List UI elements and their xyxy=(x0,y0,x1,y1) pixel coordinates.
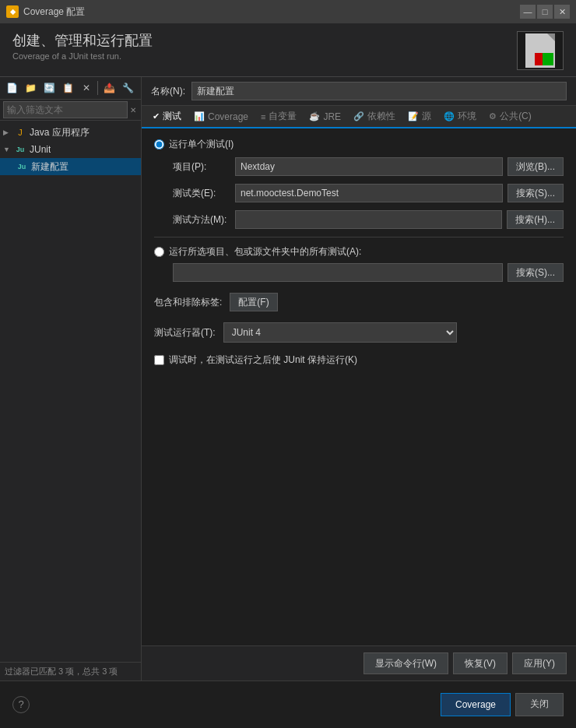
config-tree: ▶ J Java 应用程序 ▼ Ju JUnit Ju 新建配置 xyxy=(0,121,141,662)
refresh-button[interactable]: 🔄 xyxy=(40,79,58,97)
dialog-close-button[interactable]: 关闭 xyxy=(515,693,564,716)
common-tab-icon: ⚙ xyxy=(489,111,497,121)
export-button[interactable]: 📤 xyxy=(100,79,118,97)
name-label: 名称(N): xyxy=(151,85,185,98)
tree-label-junit: JUnit xyxy=(30,144,51,155)
title-bar: ◆ Coverage 配置 — □ ✕ xyxy=(0,0,576,23)
search-class-button[interactable]: 搜索(S)... xyxy=(508,184,564,202)
title-bar-controls: — □ ✕ xyxy=(520,5,570,19)
tag-label: 包含和排除标签: xyxy=(154,296,222,309)
tab-test[interactable]: ✔ 测试 xyxy=(146,106,188,128)
close-window-button[interactable]: ✕ xyxy=(554,5,570,19)
title-bar-text: Coverage 配置 xyxy=(23,5,515,19)
search-clear-button[interactable]: ✕ xyxy=(128,104,138,116)
test-method-row: 测试方法(M): 搜索(H)... xyxy=(154,210,564,229)
test-tab-icon: ✔ xyxy=(153,111,160,121)
runner-select[interactable]: JUnit 4 JUnit 5 JUnit 3 xyxy=(223,322,457,343)
app-icon: ◆ xyxy=(6,5,19,18)
tab-source[interactable]: 📝 源 xyxy=(402,106,437,128)
env-tab-icon: 🌐 xyxy=(444,111,455,121)
expand-icon-junit: ▼ xyxy=(3,146,14,153)
radio-all-tests-label[interactable]: 运行所选项目、包或源文件夹中的所有测试(A): xyxy=(169,245,361,258)
name-input[interactable] xyxy=(191,82,567,100)
keep-running-checkbox[interactable] xyxy=(154,355,164,365)
toolbar: 📄 📁 🔄 📋 ✕ 📤 🔧 xyxy=(0,77,141,100)
show-command-line-button[interactable]: 显示命令行(W) xyxy=(364,652,448,674)
tab-source-label: 源 xyxy=(422,110,431,123)
tag-row: 包含和排除标签: 配置(F) xyxy=(154,293,564,311)
header-subtitle: Coverage of a JUnit test run. xyxy=(12,51,517,61)
tree-item-junit[interactable]: ▼ Ju JUnit xyxy=(0,141,141,158)
project-input[interactable] xyxy=(235,157,503,176)
java-app-icon: J xyxy=(14,126,26,139)
revert-button[interactable]: 恢复(V) xyxy=(453,652,508,674)
minimize-button[interactable]: — xyxy=(520,5,536,19)
delete-button[interactable]: ✕ xyxy=(78,79,95,97)
copy-button[interactable]: 📋 xyxy=(59,79,76,97)
footer-buttons: Coverage 关闭 xyxy=(441,693,564,716)
expand-icon-java-app: ▶ xyxy=(3,128,14,136)
test-class-label: 测试类(E): xyxy=(173,187,235,200)
junit-config-icon: Ju xyxy=(16,160,28,173)
all-tests-input[interactable] xyxy=(173,263,503,282)
search-method-button[interactable]: 搜索(H)... xyxy=(507,210,564,229)
footer: ? Coverage 关闭 xyxy=(0,681,576,727)
tab-variables[interactable]: ≡ 自变量 xyxy=(255,106,303,128)
tab-environment[interactable]: 🌐 环境 xyxy=(437,106,483,128)
maximize-button[interactable]: □ xyxy=(537,5,553,19)
search-box: ✕ xyxy=(0,100,141,121)
tree-label-new-config: 新建配置 xyxy=(31,160,68,174)
variables-tab-icon: ≡ xyxy=(261,112,265,121)
jre-tab-icon: ☕ xyxy=(309,111,320,121)
source-tab-icon: 📝 xyxy=(408,111,419,121)
header-title: 创建、管理和运行配置 xyxy=(12,31,517,50)
new-folder-button[interactable]: 📁 xyxy=(22,79,39,97)
tab-dependencies-label: 依赖性 xyxy=(367,110,395,123)
main-layout: 📄 📁 🔄 📋 ✕ 📤 🔧 ✕ ▶ J Java 应用程序 ▼ xyxy=(0,77,576,681)
tab-jre-label: JRE xyxy=(323,111,341,122)
test-method-label: 测试方法(M): xyxy=(173,213,235,227)
tree-label-java-app: Java 应用程序 xyxy=(30,126,90,139)
new-config-button[interactable]: 📄 xyxy=(3,79,20,97)
configure-tags-button[interactable]: 配置(F) xyxy=(230,293,277,311)
runner-row: 测试运行器(T): JUnit 4 JUnit 5 JUnit 3 xyxy=(154,322,564,343)
toolbar-separator xyxy=(97,81,98,95)
apply-button[interactable]: 应用(Y) xyxy=(512,652,567,674)
tab-jre[interactable]: ☕ JRE xyxy=(303,106,347,128)
browse-project-button[interactable]: 浏览(B)... xyxy=(508,157,564,176)
tab-common[interactable]: ⚙ 公共(C) xyxy=(483,106,538,128)
test-method-input[interactable] xyxy=(235,210,502,229)
help-button[interactable]: ? xyxy=(12,696,30,713)
radio-all-tests-row: 运行所选项目、包或源文件夹中的所有测试(A): xyxy=(154,245,564,258)
left-panel: 📄 📁 🔄 📋 ✕ 📤 🔧 ✕ ▶ J Java 应用程序 ▼ xyxy=(0,77,142,681)
coverage-tab-icon: 📊 xyxy=(194,111,205,121)
tree-item-java-app[interactable]: ▶ J Java 应用程序 xyxy=(0,124,141,141)
tree-item-new-config[interactable]: Ju 新建配置 xyxy=(0,158,141,175)
all-tests-row: 搜索(S)... xyxy=(154,263,564,282)
tab-common-label: 公共(C) xyxy=(500,110,532,123)
tab-environment-label: 环境 xyxy=(458,110,476,123)
right-panel: 名称(N): ✔ 测试 📊 Coverage ≡ 自变量 ☕ JRE 🔗 xyxy=(142,77,576,681)
radio-single-test-row: 运行单个测试(I) xyxy=(154,138,564,151)
coverage-button[interactable]: Coverage xyxy=(441,693,511,716)
tab-coverage-label: Coverage xyxy=(208,111,248,122)
header: 创建、管理和运行配置 Coverage of a JUnit test run. xyxy=(0,23,576,77)
search-all-button[interactable]: 搜索(S)... xyxy=(508,263,564,282)
filter-button[interactable]: 🔧 xyxy=(119,79,136,97)
tab-coverage[interactable]: 📊 Coverage xyxy=(188,106,255,128)
bottom-bar: 显示命令行(W) 恢复(V) 应用(Y) xyxy=(142,645,576,681)
tab-dependencies[interactable]: 🔗 依赖性 xyxy=(347,106,402,128)
name-row: 名称(N): xyxy=(142,77,576,106)
junit-icon: Ju xyxy=(14,143,26,156)
left-status: 过滤器已匹配 3 项，总共 3 项 xyxy=(0,662,141,681)
test-class-input[interactable] xyxy=(235,184,503,202)
header-left: 创建、管理和运行配置 Coverage of a JUnit test run. xyxy=(12,31,517,61)
tab-content: 运行单个测试(I) 项目(P): 浏览(B)... 测试类(E): 搜索(S).… xyxy=(142,128,576,645)
radio-single-test[interactable] xyxy=(154,139,164,149)
runner-label: 测试运行器(T): xyxy=(154,326,216,339)
keep-running-label[interactable]: 调试时，在测试运行之后使 JUnit 保持运行(K) xyxy=(169,353,357,367)
checkbox-row: 调试时，在测试运行之后使 JUnit 保持运行(K) xyxy=(154,353,564,367)
radio-all-tests[interactable] xyxy=(154,247,164,257)
radio-single-test-label[interactable]: 运行单个测试(I) xyxy=(169,138,234,151)
search-input[interactable] xyxy=(3,101,128,118)
